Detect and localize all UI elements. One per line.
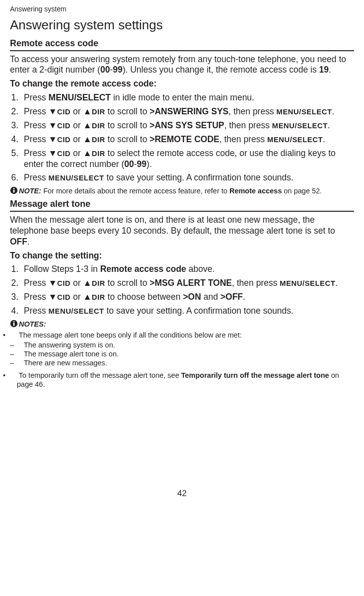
text-bold: 99 xyxy=(113,65,122,75)
key-menu-select: MENU/SELECT xyxy=(280,279,335,287)
note-sub-2: The message alert tone is on. xyxy=(17,349,354,358)
key-dir: DIR xyxy=(92,279,105,287)
svg-rect-2 xyxy=(13,190,15,193)
key-menu-select: MENU/SELECT xyxy=(267,136,323,144)
key-dir: DIR xyxy=(92,122,105,130)
text: Follow Steps 1-3 in xyxy=(24,264,100,274)
down-arrow-icon: ▼ xyxy=(49,134,57,144)
text-bold: 19 xyxy=(319,65,329,75)
key-dir: DIR xyxy=(92,150,105,158)
key-cid: CID xyxy=(57,136,71,144)
text: The answering system is on. xyxy=(24,341,115,349)
info-icon xyxy=(10,320,18,328)
svg-point-4 xyxy=(13,321,15,323)
text: to scroll to xyxy=(105,120,149,130)
text: . xyxy=(27,237,30,247)
text: or xyxy=(71,148,83,158)
text-bold: 99 xyxy=(137,159,146,169)
note-sub-3: There are new messages. xyxy=(17,358,354,367)
text: Press xyxy=(24,106,49,116)
alert-steps: Follow Steps 1-3 in Remote access code a… xyxy=(10,264,354,317)
up-arrow-icon: ▲ xyxy=(83,292,91,302)
key-dir: DIR xyxy=(92,293,105,301)
alert-notes: NOTES: The message alert tone beeps only… xyxy=(10,320,354,389)
text-bold: 00 xyxy=(124,159,134,169)
text: Press xyxy=(24,306,49,316)
down-arrow-icon: ▼ xyxy=(49,106,57,116)
down-arrow-icon: ▼ xyxy=(49,120,57,130)
down-arrow-icon: ▼ xyxy=(49,278,57,288)
key-cid: CID xyxy=(57,108,71,116)
step-2: Press ▼CID or ▲DIR to scroll to >MSG ALE… xyxy=(21,278,354,289)
page-number: 42 xyxy=(10,488,354,499)
text: or xyxy=(71,134,83,144)
up-arrow-icon: ▲ xyxy=(83,120,91,130)
text: There are new messages. xyxy=(24,359,107,367)
key-menu-select: MENU/SELECT xyxy=(49,174,104,182)
text: to save your setting. A confirmation ton… xyxy=(104,306,293,316)
text: The message alert tone is on. xyxy=(24,350,119,358)
text-bold: 00 xyxy=(100,65,110,75)
section-header: Answering system xyxy=(10,5,354,14)
step-5: Press ▼CID or ▲DIR to select the remote … xyxy=(21,148,354,170)
down-arrow-icon: ▼ xyxy=(49,292,57,302)
text: Press xyxy=(24,92,49,102)
up-arrow-icon: ▲ xyxy=(83,106,91,116)
step-2: Press ▼CID or ▲DIR to scroll to >ANSWERI… xyxy=(21,106,354,117)
text: to scroll to xyxy=(105,106,149,116)
remote-steps: Press MENU/SELECT in idle mode to enter … xyxy=(10,92,354,183)
text-bold: MENU/SELECT xyxy=(49,92,111,102)
text: to choose between xyxy=(105,292,183,302)
step-3: Press ▼CID or ▲DIR to scroll to >ANS SYS… xyxy=(21,120,354,131)
text: . xyxy=(332,106,335,116)
text: and xyxy=(201,292,220,302)
text: Press xyxy=(24,172,49,182)
text: to scroll to xyxy=(105,134,149,144)
key-cid: CID xyxy=(57,122,71,130)
svg-point-1 xyxy=(13,188,15,189)
text: in idle mode to enter the main menu. xyxy=(111,92,254,102)
text-bold: >ANS SYS SETUP xyxy=(149,120,224,130)
text-bold: >REMOTE CODE xyxy=(149,134,219,144)
text-bold: >ANSWERING SYS xyxy=(149,106,228,116)
alert-change-heading: To change the setting: xyxy=(10,251,354,261)
key-dir: DIR xyxy=(92,108,105,116)
text: Press xyxy=(24,292,49,302)
text-bold: Remote access xyxy=(229,187,282,195)
alert-heading: Message alert tone xyxy=(10,198,354,212)
step-6: Press MENU/SELECT to save your setting. … xyxy=(21,172,354,183)
text: The message alert tone beeps only if all… xyxy=(19,331,242,339)
remote-heading: Remote access code xyxy=(10,38,354,51)
text: Press xyxy=(24,278,49,288)
text: ). Unless you change it, the remote acce… xyxy=(123,65,319,75)
text-bold: >MSG ALERT TONE xyxy=(149,278,232,288)
text-bold: >OFF xyxy=(220,292,243,302)
note-bullet-2: To temporarily turn off the message aler… xyxy=(10,371,354,389)
text-bold: Remote access code xyxy=(100,264,186,274)
up-arrow-icon: ▲ xyxy=(83,148,91,158)
text: . xyxy=(335,278,338,288)
text-bold: Temporarily turn off the message alert t… xyxy=(181,371,329,379)
text: . xyxy=(328,120,330,130)
text: or xyxy=(71,120,83,130)
notes-label: NOTES: xyxy=(19,320,46,328)
step-1: Follow Steps 1-3 in Remote access code a… xyxy=(21,264,354,275)
text-bold: OFF xyxy=(10,237,27,247)
text: or xyxy=(71,106,83,116)
text: to scroll to xyxy=(105,278,149,288)
text: . xyxy=(329,65,331,75)
text: , then press xyxy=(228,106,276,116)
text: Press xyxy=(24,134,49,144)
text: Press xyxy=(24,120,49,130)
remote-intro: To access your answering system remotely… xyxy=(10,54,354,76)
text: . xyxy=(243,292,245,302)
step-4: Press MENU/SELECT to save your setting. … xyxy=(21,306,354,317)
text: above. xyxy=(186,264,215,274)
page-title: Answering system settings xyxy=(10,17,354,33)
svg-rect-5 xyxy=(13,323,15,326)
down-arrow-icon: ▼ xyxy=(49,148,57,158)
note-label: NOTE: xyxy=(19,187,41,195)
up-arrow-icon: ▲ xyxy=(83,134,91,144)
step-4: Press ▼CID or ▲DIR to scroll to >REMOTE … xyxy=(21,134,354,145)
info-icon xyxy=(10,186,18,194)
